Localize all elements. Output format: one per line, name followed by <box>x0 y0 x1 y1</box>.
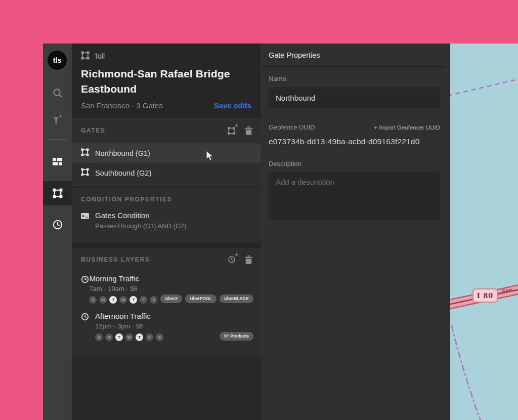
day-pill: S <box>89 296 97 304</box>
day-pill: M <box>99 296 107 304</box>
day-pill: S <box>156 333 163 341</box>
product-tag: UberX <box>160 295 182 303</box>
product-tag: UberBLACK <box>220 295 253 303</box>
product-tags: 5+ Products <box>217 312 253 341</box>
gate-properties-panel: Gate Properties Name Geofence UUID + Imp… <box>261 44 448 420</box>
layer-title: Morning Traffic <box>89 274 157 283</box>
toll-panel: Toll Richmond-San Rafael Bridge Eastboun… <box>72 44 261 420</box>
dashboard-icon <box>53 158 62 165</box>
tls-logo[interactable]: tls <box>48 51 67 70</box>
save-edits-button[interactable]: Save edits <box>214 101 251 110</box>
map-vectors <box>450 44 518 420</box>
layer-title: Afternoon Traffic <box>95 312 217 320</box>
map-boundary-dashdot <box>452 326 481 420</box>
day-pill: T <box>136 333 143 341</box>
day-pill: W <box>119 296 127 304</box>
gate-row-label: Northbound (G1) <box>95 149 150 157</box>
gate-icon <box>81 51 90 61</box>
text-plus-icon: T+ <box>53 115 61 126</box>
geofence-uuid-value: e073734b-dd13-49ba-acbd-d09163f221d0 <box>269 137 440 146</box>
day-pill: S <box>95 333 103 341</box>
gates-section-title: GATES <box>81 127 105 134</box>
geofence-uuid-label: Geofence UUID <box>269 123 315 131</box>
gate-icon <box>81 168 89 178</box>
day-pill: T <box>130 296 137 304</box>
day-pill: F <box>140 296 147 304</box>
toll-subtitle: San Francisco · 3 Gates <box>81 101 163 110</box>
layer-schedule: 7am - 10am · $6 <box>89 285 157 292</box>
business-layer-afternoon-traffic[interactable]: Afternoon Traffic 12pm - 3pm · $5 S M T … <box>72 309 261 346</box>
day-pill: W <box>125 333 133 341</box>
clock-icon <box>52 219 63 230</box>
toll-type-label: Toll <box>94 52 105 60</box>
import-geofencer-uuid-link[interactable]: + Import Geofencer UUID <box>374 124 440 131</box>
search-icon <box>52 88 63 99</box>
condition-title: Gates Condition <box>95 211 187 220</box>
product-tags: UberX UberPOOL UberBLACK <box>157 274 253 304</box>
condition-card-icon <box>81 211 89 230</box>
business-layers-section: BUSINESS LAYERS + Morning Traffic 7am - … <box>72 248 261 355</box>
day-pill: T <box>109 296 117 304</box>
section-gap <box>72 243 261 248</box>
day-pill: M <box>105 333 113 341</box>
description-label: Description <box>269 160 440 167</box>
gate-row-label: Southbound (G2) <box>95 169 151 177</box>
business-section-title: BUSINESS LAYERS <box>81 256 150 263</box>
sidebar-item-text-tool[interactable]: T+ <box>43 109 72 132</box>
map-canvas[interactable]: I 80 San <box>448 44 518 420</box>
description-textarea[interactable] <box>269 172 440 220</box>
gate-row-southbound[interactable]: Southbound (G2) <box>72 163 261 183</box>
add-business-layer-icon[interactable]: + <box>228 256 236 264</box>
day-pill: F <box>146 333 153 341</box>
icon-sidebar: tls T+ <box>43 44 72 420</box>
map-boundary-line <box>450 78 518 96</box>
business-layer-morning-traffic[interactable]: Morning Traffic 7am - 10am · $6 S M T W … <box>72 271 261 309</box>
condition-row[interactable]: Gates Condition PassesThrough (G1) AND (… <box>72 209 261 230</box>
sidebar-item-dashboard[interactable] <box>43 150 72 173</box>
gate-icon <box>81 148 89 158</box>
layer-schedule: 12pm - 3pm · $5 <box>95 322 217 330</box>
clock-icon <box>81 274 89 304</box>
add-gate-icon[interactable]: + <box>227 127 236 135</box>
condition-rule: PassesThrough (G1) AND (G2) <box>95 222 187 230</box>
sidebar-divider <box>49 139 66 140</box>
app-window: tls T+ <box>43 44 518 420</box>
sidebar-item-gates[interactable] <box>43 181 72 205</box>
gate-row-northbound[interactable]: Northbound (G1) <box>72 143 261 163</box>
day-pills: S M T W T F S <box>89 296 157 304</box>
day-pills: S M T W T F S <box>95 333 217 341</box>
product-tag: 5+ Products <box>220 332 253 341</box>
day-pill: S <box>150 296 157 304</box>
toll-header: Toll Richmond-San Rafael Bridge Eastboun… <box>72 44 261 118</box>
condition-properties-section: CONDITION PROPERTIES Gates Condition Pas… <box>72 188 261 243</box>
page-title: Richmond-San Rafael Bridge Eastbound <box>81 66 233 97</box>
interstate-80-shield: I 80 <box>472 288 498 303</box>
delete-gate-icon[interactable] <box>245 127 252 135</box>
delete-business-layer-icon[interactable] <box>245 256 252 264</box>
day-pill: T <box>115 333 123 341</box>
gates-section: GATES + Northbound (G1) <box>72 118 261 187</box>
sidebar-item-history[interactable] <box>43 214 72 236</box>
product-tag: UberPOOL <box>185 295 216 303</box>
gate-properties-title: Gate Properties <box>269 51 320 59</box>
name-label: Name <box>269 75 440 82</box>
gate-icon <box>53 188 63 198</box>
name-input[interactable] <box>269 87 440 108</box>
condition-section-title: CONDITION PROPERTIES <box>81 196 172 203</box>
sidebar-item-search[interactable] <box>43 82 72 104</box>
clock-icon <box>81 312 95 341</box>
